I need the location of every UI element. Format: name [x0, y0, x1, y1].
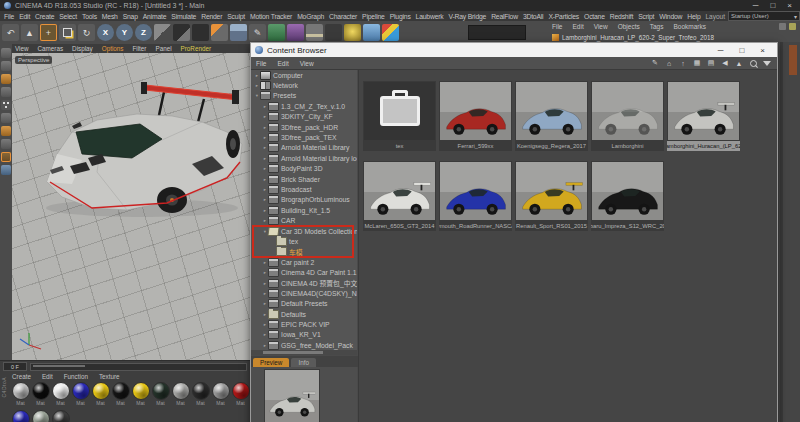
- menu-item-prorender[interactable]: ProRender: [181, 45, 211, 52]
- tree-item-Brick Shader[interactable]: ▸Brick Shader: [251, 174, 357, 184]
- menu-item-render[interactable]: Render: [201, 13, 222, 20]
- tile-Renault_Sport_RS01_2015[interactable]: Renault_Sport_RS01_2015: [515, 161, 588, 231]
- z-axis-lock-icon[interactable]: Z: [135, 24, 152, 41]
- tree-item-Car 3D Models Collection[interactable]: ▾Car 3D Models Collection: [251, 226, 357, 236]
- render-view-icon[interactable]: [173, 24, 190, 41]
- menu-item-filter[interactable]: Filter: [132, 45, 146, 52]
- tree-item-Cinema 4D Car Paint 1.1 - by[interactable]: ▸Cinema 4D Car Paint 1.1 - by: [251, 267, 357, 277]
- tree-item-车模[interactable]: 车模: [251, 247, 357, 257]
- material-swatch[interactable]: Mat: [31, 410, 50, 422]
- material-swatch[interactable]: Mat: [31, 382, 50, 406]
- menu-item-laubwerk[interactable]: Laubwerk: [416, 13, 444, 20]
- material-swatch[interactable]: Mat: [91, 382, 110, 406]
- camera-label[interactable]: Perspective: [15, 56, 52, 64]
- menu-item-edit[interactable]: Edit: [277, 60, 288, 67]
- tile-Lamborghini[interactable]: Lamborghini: [591, 81, 664, 151]
- tree-item-1.3_CM_Z_Tex_v.1.0[interactable]: ▸1.3_CM_Z_Tex_v.1.0: [251, 101, 357, 111]
- list-view-icon[interactable]: ▤: [706, 58, 716, 68]
- menu-item-mesh[interactable]: Mesh: [102, 13, 118, 20]
- menu-item-redshift[interactable]: Redshift: [610, 13, 633, 20]
- menu-item-texture[interactable]: Texture: [99, 373, 120, 380]
- tree-item-BrographOrbLuminous[interactable]: ▸BrographOrbLuminous: [251, 195, 357, 205]
- menu-item-3dtoall[interactable]: 3DtoAll: [523, 13, 544, 20]
- menu-item-function[interactable]: Function: [64, 373, 88, 380]
- live-selection-icon[interactable]: ▲: [21, 24, 38, 41]
- polygons-mode-icon[interactable]: [1, 126, 11, 136]
- x-axis-lock-icon[interactable]: X: [97, 24, 114, 41]
- material-swatch[interactable]: Mat: [111, 382, 130, 406]
- tree-item-Network[interactable]: ▸Network: [251, 80, 357, 90]
- material-swatch[interactable]: Mat: [231, 382, 250, 406]
- rotate-tool-icon[interactable]: ↻: [78, 24, 95, 41]
- menu-item-character[interactable]: Character: [329, 13, 357, 20]
- tile-tex[interactable]: tex: [363, 81, 436, 151]
- tree-item-Iowa_KR_V1[interactable]: ▸Iowa_KR_V1: [251, 330, 357, 340]
- tree-item-3Dfree_pack_TEX[interactable]: ▸3Dfree_pack_TEX: [251, 132, 357, 142]
- tree-item-tex[interactable]: tex: [251, 236, 357, 246]
- filter-icon[interactable]: [762, 58, 772, 68]
- material-swatch[interactable]: Mat: [71, 382, 90, 406]
- home-icon[interactable]: ⌂: [664, 58, 674, 68]
- coordinate-system-icon[interactable]: [154, 24, 171, 41]
- maximize-button[interactable]: □: [770, 1, 775, 10]
- cb-minimize-button[interactable]: ─: [718, 46, 724, 55]
- viewport[interactable]: ViewCamerasDisplayOptionsFilterPanelProR…: [12, 44, 250, 360]
- tab-info[interactable]: Info: [291, 358, 316, 367]
- menu-item-snap[interactable]: Snap: [123, 13, 138, 20]
- menu-item-pipeline[interactable]: Pipeline: [362, 13, 385, 20]
- tree-item-3DKITY_City_KF[interactable]: ▸3DKITY_City_KF: [251, 112, 357, 122]
- material-swatch[interactable]: Mat: [131, 382, 150, 406]
- tile-Koenigsegg_Regera_2017[interactable]: Koenigsegg_Regera_2017: [515, 81, 588, 151]
- edges-mode-icon[interactable]: [1, 113, 11, 123]
- tile-Subaru_Impreza_S12_WRC_2006[interactable]: Subaru_Impreza_S12_WRC_2006: [591, 161, 664, 231]
- enable-axis-icon[interactable]: [1, 139, 11, 149]
- menu-item-plugins[interactable]: Plugins: [390, 13, 411, 20]
- menu-item-sculpt[interactable]: Sculpt: [227, 13, 245, 20]
- menu-item-select[interactable]: Select: [59, 13, 77, 20]
- menu-item-x-particles[interactable]: X-Particles: [548, 13, 579, 20]
- light-icon[interactable]: [344, 24, 361, 41]
- menu-item-cameras[interactable]: Cameras: [38, 45, 64, 52]
- back-icon[interactable]: ◀: [720, 58, 730, 68]
- tree-item-3Dfree_pack_HDR[interactable]: ▸3Dfree_pack_HDR: [251, 122, 357, 132]
- menu-item-file[interactable]: File: [256, 60, 266, 67]
- menu-item-tools[interactable]: Tools: [82, 13, 97, 20]
- om-filter-icon[interactable]: [779, 23, 786, 30]
- content-browser-title-bar[interactable]: Content Browser ─ □ ×: [251, 43, 777, 57]
- close-button[interactable]: ×: [787, 1, 792, 10]
- menu-item-file[interactable]: File: [552, 23, 562, 30]
- search-icon[interactable]: [748, 58, 758, 68]
- menu-item-display[interactable]: Display: [72, 45, 93, 52]
- grid-view-icon[interactable]: ▦: [692, 58, 702, 68]
- render-picture-viewer-icon[interactable]: [192, 24, 209, 41]
- tree-item-Default Presets[interactable]: ▸Default Presets: [251, 299, 357, 309]
- spline-pen-icon[interactable]: ✎: [249, 24, 266, 41]
- menu-item-tags[interactable]: Tags: [650, 23, 664, 30]
- om-search-icon[interactable]: [789, 23, 796, 30]
- tile-Lamborghini_Huracan_(LP_620[interactable]: Lamborghini_Huracan_(LP_620: [667, 81, 740, 151]
- menu-item-panel[interactable]: Panel: [155, 45, 171, 52]
- menu-item-edit[interactable]: Edit: [19, 13, 30, 20]
- tree-item-Arnold Material Library local[interactable]: ▸Arnold Material Library local: [251, 153, 357, 163]
- menu-item-script[interactable]: Script: [638, 13, 654, 20]
- menu-item-view[interactable]: View: [594, 23, 608, 30]
- workplane-mode-icon[interactable]: [1, 87, 11, 97]
- minimize-button[interactable]: ─: [753, 1, 759, 10]
- tree-item-GSG_free_Model_Pack[interactable]: ▸GSG_free_Model_Pack: [251, 340, 357, 350]
- scrollbar-thumb[interactable]: [263, 351, 323, 354]
- menu-item-view[interactable]: View: [15, 45, 29, 52]
- menu-item-animate[interactable]: Animate: [143, 13, 167, 20]
- material-swatch[interactable]: Mat: [211, 382, 230, 406]
- plugin-bird-logo-icon[interactable]: [382, 24, 399, 41]
- move-tool-icon[interactable]: +: [40, 24, 57, 41]
- tree-item-CINEMA4D(C4DSKY)_NET_M[interactable]: ▸CINEMA4D(C4DSKY)_NET_M: [251, 288, 357, 298]
- material-swatch[interactable]: Mat: [171, 382, 190, 406]
- tree-item-Broadcast[interactable]: ▸Broadcast: [251, 184, 357, 194]
- menu-item-motion-tracker[interactable]: Motion Tracker: [250, 13, 292, 20]
- menu-item-edit[interactable]: Edit: [572, 23, 583, 30]
- menu-item-file[interactable]: File: [4, 13, 14, 20]
- up-icon[interactable]: ↑: [678, 58, 688, 68]
- menu-item-simulate[interactable]: Simulate: [171, 13, 196, 20]
- layout-select[interactable]: Startup (User)▾: [728, 11, 800, 21]
- material-swatch[interactable]: Mat: [51, 410, 70, 422]
